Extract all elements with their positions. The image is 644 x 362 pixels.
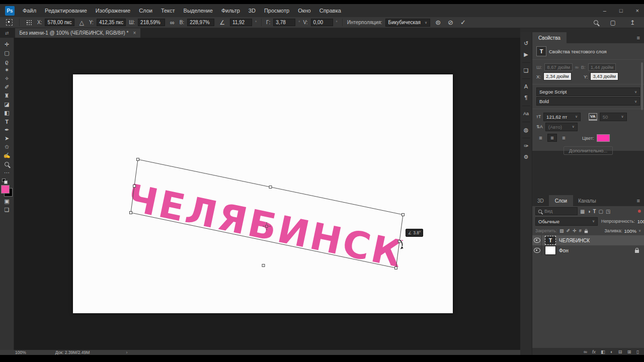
layer-visibility-icon[interactable] (534, 238, 540, 243)
menu-filter[interactable]: Фильтр (221, 8, 240, 14)
search-icon[interactable] (594, 20, 598, 25)
type-tool[interactable]: T (0, 117, 14, 126)
properties-panel-menu-icon[interactable]: ≡ (637, 35, 640, 41)
fill-value[interactable]: 100% (624, 228, 636, 234)
tab-close-icon[interactable]: × (133, 30, 136, 36)
filter-pixel-layers-icon[interactable]: ▦ (580, 209, 585, 214)
status-chevron-icon[interactable]: › (126, 350, 127, 355)
relative-position-icon[interactable]: △ (79, 19, 84, 26)
tab-channels[interactable]: Каналы (573, 195, 601, 206)
menu-edit[interactable]: Редактирование (45, 8, 87, 14)
foreground-color-swatch[interactable] (1, 185, 10, 194)
text-layer-thumbnail[interactable]: T (545, 236, 556, 245)
eraser-tool[interactable]: ◪ (0, 100, 14, 109)
x-position-field[interactable]: 578,00 пкс (45, 19, 74, 26)
lasso-tool[interactable]: ϱ (0, 57, 14, 66)
clone-stamp-tool[interactable]: ♜ (0, 92, 14, 100)
canvas-area[interactable]: ЧЕЛЯБИНСК ∠ 3.8° (14, 38, 520, 350)
new-group-icon[interactable]: ⊟ (618, 349, 622, 354)
close-button[interactable]: × (636, 8, 639, 14)
text-x-field[interactable]: 2,34 дюйм (543, 72, 572, 80)
layer-row-text[interactable]: T ЧЕЛЯБИНСК (532, 235, 644, 245)
gradient-tool[interactable]: ◧ (0, 109, 14, 117)
align-right-button[interactable]: ≡ (559, 134, 568, 141)
hskew-field[interactable]: 3,78 (273, 19, 295, 26)
move-tool[interactable]: ✛ (0, 40, 14, 49)
menu-image[interactable]: Изображение (96, 8, 130, 14)
paragraph-panel-icon[interactable]: ¶ (525, 95, 528, 101)
adjustment-layer-icon[interactable]: ◐ (610, 349, 613, 354)
interpolation-select[interactable]: Бикубическая ∨ (385, 19, 431, 27)
link-dimensions-icon[interactable]: ∞ (575, 64, 579, 70)
mixer-brush-tool[interactable]: ✍ (0, 151, 14, 160)
screen-mode-button[interactable]: ❏ (0, 206, 14, 214)
tab-properties[interactable]: Свойства (532, 32, 567, 43)
clone-source-panel-icon[interactable]: ❏ (524, 67, 529, 74)
menu-select[interactable]: Выделение (184, 8, 213, 14)
layer-filter-search[interactable]: Вид (535, 207, 578, 215)
layer-style-icon[interactable]: fx (592, 349, 596, 354)
custom-shape-tool[interactable]: ✩ (0, 143, 14, 151)
reference-point-locator[interactable] (26, 20, 32, 26)
font-style-select[interactable]: Bold ∨ (536, 97, 640, 106)
align-center-button[interactable]: ≡ (547, 134, 557, 142)
text-y-field[interactable]: 3,43 дюйм (590, 72, 618, 80)
path-selection-tool[interactable]: ➤ (0, 134, 14, 143)
menu-3d[interactable]: 3D (249, 8, 256, 14)
tool-presets-panel-icon[interactable]: ⚙ (524, 154, 529, 160)
filter-type-layers-icon[interactable]: T (593, 209, 596, 214)
height-scale-field[interactable]: 228,97% (187, 19, 214, 26)
warp-mode-icon[interactable]: ⊜ (435, 19, 441, 26)
font-family-select[interactable]: Segoe Script ∨ (536, 87, 640, 96)
rotation-field[interactable]: 11,92 (230, 19, 252, 26)
commit-transform-icon[interactable]: ✓ (460, 19, 466, 26)
properties-scrollbar[interactable] (641, 62, 643, 110)
eyedropper-tool[interactable]: ✧ (0, 74, 14, 83)
text-color-swatch[interactable] (597, 134, 610, 142)
share-icon[interactable]: ↥ (630, 19, 635, 26)
new-layer-icon[interactable]: ⊞ (627, 349, 631, 354)
menu-type[interactable]: Текст (161, 8, 175, 14)
more-tools-button[interactable]: ⋯ (0, 168, 14, 177)
document-tab[interactable]: Без имени-1 @ 100% (ЧЕЛЯБИНСК, RGB/8#) *… (15, 28, 141, 38)
libraries-panel-icon[interactable]: ◍ (524, 127, 529, 133)
background-layer-thumbnail[interactable] (545, 246, 556, 255)
menu-file[interactable]: Файл (23, 8, 36, 14)
lock-position-icon[interactable]: ✛ (573, 228, 577, 233)
quick-selection-tool[interactable]: ✶ (0, 66, 14, 74)
add-layer-mask-icon[interactable]: ◧ (601, 349, 605, 354)
minimize-button[interactable]: – (603, 8, 606, 14)
filter-toggle-icon[interactable] (638, 210, 641, 213)
layer-name[interactable]: Фон (559, 248, 569, 253)
marquee-tool[interactable]: ▢ (0, 49, 14, 57)
advanced-button[interactable]: Дополнительно... (564, 146, 613, 155)
layer-visibility-icon[interactable] (534, 248, 540, 253)
restore-button[interactable]: □ (619, 8, 623, 14)
align-left-button[interactable]: ≡ (536, 134, 545, 141)
actions-panel-icon[interactable]: ▶ (524, 51, 528, 58)
lock-all-icon[interactable] (585, 231, 588, 233)
zoom-tool[interactable] (0, 160, 14, 168)
pen-tool[interactable]: ✒ (0, 126, 14, 134)
workspace-icon[interactable]: ▢ (610, 19, 616, 26)
menu-window[interactable]: Окно (298, 8, 311, 14)
quick-mask-button[interactable]: ▣ (0, 197, 14, 206)
history-panel-icon[interactable]: ↺ (524, 40, 528, 47)
brush-tool[interactable]: ✐ (0, 83, 14, 92)
link-layers-icon[interactable]: ∞ (584, 349, 587, 354)
delete-layer-icon[interactable]: ▯ (636, 349, 639, 354)
maintain-aspect-icon[interactable]: ∞ (170, 19, 175, 26)
menu-help[interactable]: Справка (319, 8, 341, 14)
layers-panel-menu-icon[interactable]: ≡ (637, 198, 640, 204)
filter-shape-layers-icon[interactable]: ▢ (599, 209, 603, 214)
y-position-field[interactable]: 412,35 пкс (97, 19, 126, 26)
tab-layers[interactable]: Слои (549, 195, 573, 206)
layer-row-background[interactable]: Фон (532, 245, 644, 255)
vskew-field[interactable]: 0,00 (311, 19, 333, 26)
cancel-transform-icon[interactable]: ⊘ (448, 19, 453, 26)
lock-paint-icon[interactable]: ✐ (567, 228, 571, 233)
lock-artboard-icon[interactable]: # (579, 228, 582, 233)
font-size-select[interactable]: 121,62 пт ∨ (543, 113, 581, 121)
filter-smart-objects-icon[interactable]: ◳ (606, 209, 610, 214)
menu-view[interactable]: Просмотр (264, 8, 289, 14)
